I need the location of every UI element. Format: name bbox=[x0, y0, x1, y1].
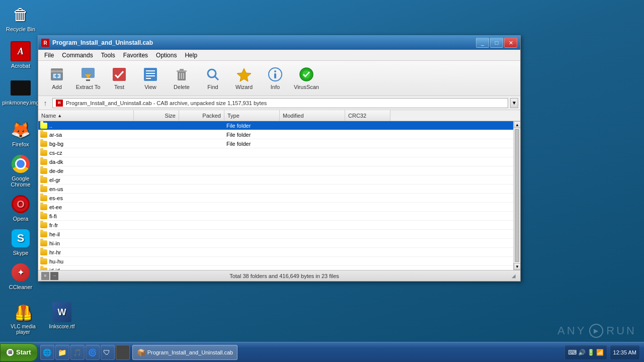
table-row[interactable]: hi-in bbox=[38, 239, 520, 248]
table-row[interactable]: hr-hr bbox=[38, 248, 520, 257]
pinkmoney-label: pinkmoney.img bbox=[2, 100, 39, 106]
file-name-cell: cs-cz bbox=[38, 148, 134, 157]
menu-favorites[interactable]: Favorites bbox=[119, 51, 152, 60]
table-row[interactable]: ar-sa File folder bbox=[38, 130, 520, 139]
file-type-cell bbox=[224, 166, 280, 175]
toolbar-view-button[interactable]: View bbox=[136, 63, 165, 94]
scrollbar-up-arrow[interactable]: ▲ bbox=[514, 121, 520, 128]
table-row[interactable]: el-gr bbox=[38, 175, 520, 185]
menu-help[interactable]: Help bbox=[181, 51, 201, 60]
acrobat-icon[interactable]: Acrobat bbox=[3, 39, 39, 71]
taskbar-empty-item[interactable] bbox=[116, 345, 130, 360]
status-text: Total 38 folders and 416,649 bytes in 23… bbox=[60, 273, 508, 279]
file-size-cell bbox=[134, 130, 179, 139]
back-button[interactable]: ↑ bbox=[40, 98, 50, 108]
taskbar-ie-icon[interactable]: 🌐 bbox=[40, 345, 54, 360]
toolbar-delete-button[interactable]: Delete bbox=[167, 63, 196, 94]
firefox-desktop-icon[interactable]: 🦊 Firefox bbox=[3, 118, 39, 149]
recycle-bin-icon[interactable]: 🗑 Recycle Bin bbox=[3, 3, 39, 34]
maximize-button[interactable]: □ bbox=[490, 38, 503, 48]
col-crc-label: CRC32 bbox=[348, 113, 366, 119]
folder-icon bbox=[40, 204, 47, 210]
taskbar-media-icon[interactable]: 🎵 bbox=[70, 345, 85, 360]
file-name-cell: ar-sa bbox=[38, 130, 134, 139]
table-row[interactable]: da-dk bbox=[38, 157, 520, 166]
svg-rect-13 bbox=[146, 78, 151, 79]
col-header-crc[interactable]: CRC32 bbox=[345, 110, 390, 121]
skype-desktop-icon[interactable]: S Skype bbox=[3, 226, 39, 258]
taskbar-explorer-icon[interactable]: 📁 bbox=[55, 345, 69, 360]
toolbar-wizard-button[interactable]: Wizard bbox=[229, 63, 259, 94]
start-label: Start bbox=[16, 348, 31, 356]
table-row[interactable]: he-il bbox=[38, 230, 520, 239]
file-crc-cell bbox=[345, 194, 390, 202]
toolbar-extract-button[interactable]: Extract To bbox=[73, 63, 103, 94]
toolbar-info-button[interactable]: Info bbox=[261, 63, 290, 94]
col-header-name[interactable]: Name ▲ bbox=[38, 110, 134, 121]
table-row[interactable]: de-de bbox=[38, 166, 520, 175]
file-list[interactable]: .. File folder ar-sa File folder bg-bg bbox=[38, 121, 520, 270]
ccleaner-desktop-icon[interactable]: ✦ CCleaner bbox=[3, 260, 39, 292]
chrome-desktop-icon[interactable]: Google Chrome bbox=[3, 152, 39, 190]
pinkmoney-icon[interactable]: pinkmoney.img bbox=[3, 76, 39, 108]
address-input-field: R Program_Install_and_Uninstall.cab - CA… bbox=[52, 98, 508, 108]
table-row[interactable]: en-us bbox=[38, 185, 520, 194]
table-row[interactable]: id-id bbox=[38, 266, 520, 270]
col-modified-label: Modified bbox=[283, 113, 304, 119]
file-type-cell bbox=[224, 221, 280, 229]
table-row[interactable]: fi-fi bbox=[38, 212, 520, 221]
table-row[interactable]: fr-fr bbox=[38, 221, 520, 230]
col-header-type[interactable]: Type bbox=[224, 110, 280, 121]
taskbar-winrar-item[interactable]: 📦 Program_Install_and_Uninstall.cab bbox=[132, 345, 238, 360]
folder-icon bbox=[40, 195, 47, 201]
address-dropdown-button[interactable]: ▼ bbox=[510, 98, 518, 108]
file-modified-cell bbox=[280, 148, 345, 157]
table-row[interactable]: hu-hu bbox=[38, 257, 520, 266]
folder-icon bbox=[40, 186, 47, 192]
status-icon-2: → bbox=[50, 272, 58, 280]
col-header-packed[interactable]: Packed bbox=[179, 110, 224, 121]
toolbar-virusscan-button[interactable]: VirusScan bbox=[292, 63, 321, 94]
taskbar-items: 📦 Program_Install_and_Uninstall.cab bbox=[132, 345, 560, 360]
scrollbar-thumb[interactable] bbox=[515, 129, 519, 262]
table-row[interactable]: .. File folder bbox=[38, 121, 520, 130]
file-size-cell bbox=[134, 166, 179, 175]
title-bar: R Program_Install_and_Uninstall.cab _ □ … bbox=[38, 36, 520, 50]
col-header-size[interactable]: Size bbox=[134, 110, 179, 121]
vertical-scrollbar[interactable]: ▲ ▼ bbox=[513, 121, 520, 270]
menu-commands[interactable]: Commands bbox=[58, 51, 97, 60]
linkscore-desktop-icon[interactable]: W linkscore.rtf bbox=[44, 300, 80, 337]
file-size-cell bbox=[134, 194, 179, 202]
menu-tools[interactable]: Tools bbox=[97, 51, 119, 60]
file-size-cell bbox=[134, 148, 179, 157]
table-row[interactable]: es-es bbox=[38, 194, 520, 203]
menu-options[interactable]: Options bbox=[152, 51, 181, 60]
close-button[interactable]: ✕ bbox=[504, 38, 517, 48]
table-row[interactable]: et-ee bbox=[38, 203, 520, 212]
toolbar-find-button[interactable]: Find bbox=[198, 63, 227, 94]
anyrun-text: ANY bbox=[557, 324, 586, 337]
vlc-desktop-icon[interactable]: 🦺 VLC media player bbox=[5, 300, 41, 337]
toolbar-test-button[interactable]: Test bbox=[105, 63, 134, 94]
system-clock[interactable]: 12:35 AM bbox=[610, 345, 640, 360]
minimize-button[interactable]: _ bbox=[476, 38, 489, 48]
scrollbar-down-arrow[interactable]: ▼ bbox=[514, 263, 520, 270]
chrome-taskbar-icon: 🌀 bbox=[88, 348, 97, 356]
resize-handle[interactable]: ◢ bbox=[510, 273, 517, 280]
opera-desktop-icon[interactable]: O Opera bbox=[3, 192, 39, 224]
file-modified-cell bbox=[280, 203, 345, 211]
file-crc-cell bbox=[345, 121, 390, 130]
taskbar-security-icon[interactable]: 🛡 bbox=[101, 345, 115, 360]
file-size-cell bbox=[134, 221, 179, 229]
file-type-cell: File folder bbox=[224, 121, 280, 130]
menu-file[interactable]: File bbox=[40, 51, 58, 60]
file-name-text: et-ee bbox=[49, 204, 62, 210]
file-modified-cell bbox=[280, 266, 345, 270]
col-header-modified[interactable]: Modified bbox=[280, 110, 345, 121]
start-button[interactable]: ⊞ Start bbox=[0, 343, 38, 361]
file-size-cell bbox=[134, 185, 179, 193]
table-row[interactable]: bg-bg File folder bbox=[38, 139, 520, 148]
table-row[interactable]: cs-cz bbox=[38, 148, 520, 157]
toolbar-add-button[interactable]: Add bbox=[42, 63, 71, 94]
taskbar-chrome-taskbar-icon[interactable]: 🌀 bbox=[86, 345, 100, 360]
